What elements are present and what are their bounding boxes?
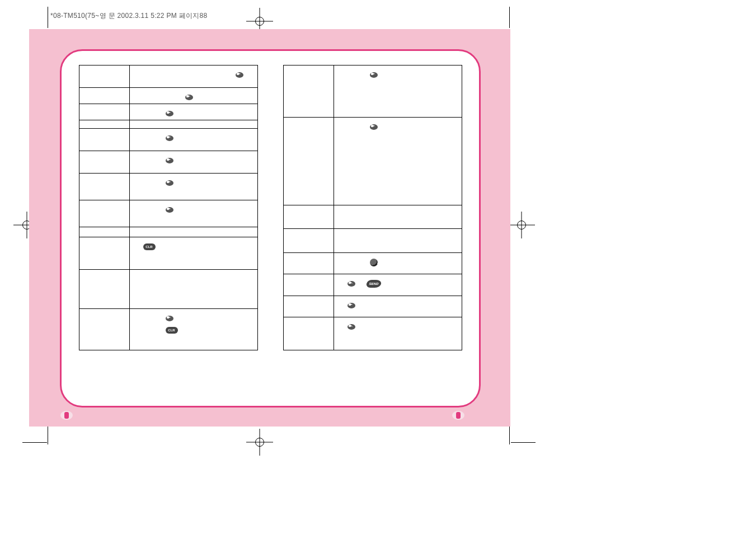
- nav-dot-icon: [166, 207, 173, 213]
- table-cell-label: [79, 309, 129, 350]
- nav-dot-icon: [370, 72, 378, 78]
- table-cell: CLR: [129, 237, 257, 270]
- table-row: [283, 296, 462, 317]
- table-row: [283, 118, 462, 205]
- table-row: [283, 65, 462, 118]
- table-row: [79, 88, 257, 104]
- table-row: [283, 317, 462, 350]
- table-row: [283, 252, 462, 274]
- crop-mark-icon: [22, 442, 47, 443]
- table-cell: [334, 317, 462, 350]
- table-cell-label: [79, 174, 129, 200]
- table-row: CLR: [79, 237, 257, 270]
- left-table: CLRCLR: [79, 65, 258, 350]
- nav-dot-icon: [166, 111, 173, 116]
- table-cell: [129, 270, 257, 309]
- table-cell: [129, 65, 257, 88]
- crop-mark-icon: [48, 7, 48, 28]
- table-cell: [334, 252, 462, 274]
- table-cell-label: [79, 120, 129, 129]
- table-cell: [334, 65, 462, 118]
- send-button-icon: SEND: [365, 280, 381, 288]
- table-row: [79, 151, 257, 174]
- nav-dot-icon: [166, 180, 173, 186]
- table-cell-label: [79, 104, 129, 120]
- table-cell-label: [79, 227, 129, 237]
- table-cell: [129, 104, 257, 120]
- table-row: [79, 65, 257, 88]
- table-cell-label: [283, 296, 334, 317]
- nav-dot-icon: [185, 95, 193, 100]
- table-cell-label: [79, 237, 129, 270]
- table-row: SEND: [283, 274, 462, 296]
- world-icon: [370, 259, 378, 266]
- table-cell: [334, 296, 462, 317]
- clr-button-icon: CLR: [143, 243, 156, 250]
- table-cell: [129, 227, 257, 237]
- clr-button-icon: CLR: [166, 327, 178, 334]
- table-cell-label: [283, 65, 334, 118]
- table-cell-label: [283, 252, 334, 274]
- nav-dot-icon: [166, 135, 173, 141]
- table-cell: [334, 118, 462, 205]
- nav-dot-icon: [236, 72, 243, 78]
- table-row: [79, 200, 257, 227]
- table-cell: [129, 174, 257, 200]
- table-cell-label: [283, 317, 334, 350]
- table-cell-label: [79, 65, 129, 88]
- table-cell: SEND: [334, 274, 462, 296]
- table-cell-label: [79, 151, 129, 174]
- table-cell-label: [283, 229, 334, 253]
- nav-dot-icon: [348, 281, 355, 287]
- table-cell: [334, 205, 462, 229]
- registration-mark-icon: [508, 212, 535, 238]
- nav-dot-icon: [348, 324, 355, 330]
- table-row: [79, 227, 257, 237]
- page-number-right-icon: [452, 411, 464, 420]
- columns: CLRCLR SEND: [62, 65, 479, 350]
- table-row: CLR: [79, 309, 257, 350]
- table-cell-label: [79, 270, 129, 309]
- page-number-left-icon: [60, 411, 73, 420]
- page: *08-TM510(75~영 문 2002.3.11 5:22 PM 페이지88…: [0, 0, 756, 534]
- table-cell: [129, 129, 257, 151]
- crop-mark-icon: [511, 442, 536, 443]
- table-cell-label: [283, 274, 334, 296]
- table-row: [79, 104, 257, 120]
- table-row: [79, 270, 257, 309]
- content-frame: CLRCLR SEND: [60, 49, 481, 407]
- table-row: [79, 120, 257, 129]
- background-panel: CLRCLR SEND: [29, 29, 510, 427]
- table-cell-label: [79, 129, 129, 151]
- table-cell: [129, 151, 257, 174]
- table-cell-label: [79, 88, 129, 104]
- nav-dot-icon: [348, 303, 355, 308]
- right-table: SEND: [283, 65, 462, 350]
- table-cell: [129, 88, 257, 104]
- table-cell-label: [79, 200, 129, 227]
- nav-dot-icon: [166, 158, 173, 163]
- table-cell: CLR: [129, 309, 257, 350]
- table-row: [79, 174, 257, 200]
- table-cell-label: [283, 205, 334, 229]
- table-cell: [129, 200, 257, 227]
- table-cell-label: [283, 118, 334, 205]
- table-row: [79, 129, 257, 151]
- crop-mark-icon: [509, 7, 510, 28]
- print-header: *08-TM510(75~영 문 2002.3.11 5:22 PM 페이지88: [50, 11, 207, 21]
- registration-mark-icon: [246, 429, 273, 456]
- table-cell: [334, 229, 462, 253]
- table-row: [283, 205, 462, 229]
- table-row: [283, 229, 462, 253]
- nav-dot-icon: [166, 316, 173, 321]
- table-cell: [129, 120, 257, 129]
- nav-dot-icon: [370, 124, 378, 130]
